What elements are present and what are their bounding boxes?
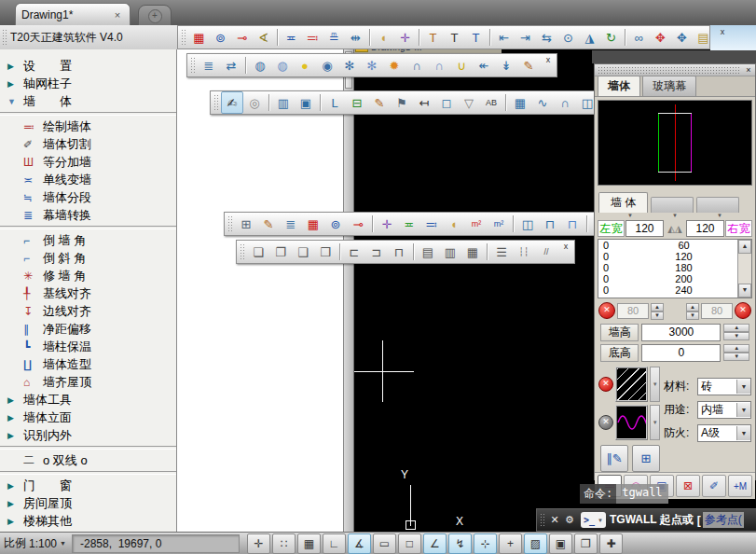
snap-mode-toggle[interactable]: ✛ [247,533,270,554]
multi-text-button[interactable]: T [465,26,487,48]
area-calc-button[interactable]: m² [488,213,510,235]
hardware-plus-toggle[interactable]: ✚ [599,533,623,554]
fire-rating-select[interactable]: A级 ▼ [697,424,751,442]
move-align-button[interactable]: ✥ [650,26,671,48]
sidebar-item-14[interactable]: ╀基线对齐 [0,284,176,302]
align-center-button[interactable]: ⊓ [388,241,410,263]
axis-bubbles-2-button[interactable]: ⊚ [324,213,347,235]
sidebar-group-1[interactable]: ▶轴网柱子 [0,75,176,92]
free-move-button[interactable]: ✥ [671,26,693,48]
bring-to-front-button[interactable]: ❏ [247,241,269,263]
layer-freeze-button[interactable]: ✻ [338,54,361,76]
base-height-spinner[interactable]: ▲▼ [723,344,749,361]
grid-display-toggle[interactable]: ▦ [297,533,321,554]
send-to-back-button[interactable]: ❐ [269,241,292,263]
right-spinner[interactable]: ▲▼ [686,303,699,319]
layer-convert-button[interactable]: ⇄ [220,54,242,76]
wave-line-button[interactable]: ∿ [531,91,554,114]
layer-sun-button[interactable]: ✹ [383,54,405,76]
wave-dropdown[interactable]: ▼ [650,405,660,440]
arc-door-button[interactable]: ◖ [443,213,465,235]
axis-label-button[interactable]: ⊸ [231,26,253,48]
bring-above-button[interactable]: ❑ [292,241,314,263]
tb-arrange-close-icon[interactable]: x [560,242,571,253]
pen-annotate-button[interactable]: ✎ [368,91,391,114]
sidebar-group-22[interactable]: ▶识别内外 [0,426,176,444]
sidebar-item-13[interactable]: ✳修 墙 角 [0,267,176,284]
area-red-button[interactable]: m² [465,213,488,235]
box-select-mode-button[interactable]: ⊠ [676,475,700,497]
mirror-icon[interactable]: ◭◮ [665,224,686,234]
column-pair-button[interactable]: ◫ [516,213,539,235]
section-mark-button[interactable]: ⊟ [346,91,368,114]
width-presets-list[interactable]: 0600120018002000240 ▲ ▼ [598,239,752,298]
sidebar-item-5[interactable]: ✐墙体切割 [0,135,176,153]
ab-tag-button[interactable]: AB [480,91,502,114]
sidebar-item-24[interactable]: 二o 双线 o [0,451,176,469]
sidebar-item-12[interactable]: ⌐倒 斜 角 [0,249,176,267]
sidebar-group-2[interactable]: ▼墙 体 [0,92,176,110]
distribute-vertical-button[interactable]: ▥ [439,241,461,263]
layer-isolate-button[interactable]: ↡ [495,54,517,76]
flag-mark-button[interactable]: ⚑ [391,91,413,114]
sidebar-group-26[interactable]: ▶门 窗 [0,477,176,494]
match-link-button[interactable]: ∞ [628,26,650,48]
tab-wall[interactable]: 墙体 [598,76,640,96]
single-text-button[interactable]: T [444,26,465,48]
close-icon[interactable]: ✕ [547,514,562,526]
sidebar-item-7[interactable]: ≍单线变墙 [0,171,176,188]
text-style-button[interactable]: T [422,26,444,48]
column-box-button[interactable]: ▣ [295,91,317,114]
sidebar-item-11[interactable]: ⌐倒 墙 角 [0,231,176,249]
layer-lock-copy-button[interactable]: ∩ [428,54,450,76]
sidebar-group-27[interactable]: ▶房间屋顶 [0,494,176,512]
command-option[interactable]: 参考点( [703,512,744,528]
osnap-3d-toggle[interactable]: □ [398,533,421,554]
command-prompt-button[interactable]: >_ ▼ [581,512,606,528]
dim-slope-button[interactable]: ◮ [579,26,600,48]
panel-grip[interactable] [598,66,739,74]
command-bar-grip[interactable] [540,513,544,528]
delete-left-button[interactable]: ✕ [598,302,615,319]
draw-wall-button[interactable]: ≕ [302,26,323,48]
hatch-lines-button[interactable]: // [535,241,557,263]
axis-dash-button[interactable]: ⊸ [347,213,369,235]
width-list-row[interactable]: 0240 [598,284,751,296]
width-list-row[interactable]: 0200 [598,273,751,284]
insert-column-button[interactable]: ✛ [394,26,416,48]
tab-glass-curtain[interactable]: 玻璃幕 [642,76,696,96]
sidebar-item-17[interactable]: ┗墙柱保温 [0,338,176,355]
layer-unlock-button[interactable]: ∪ [450,54,473,76]
leader-label-button[interactable]: L [323,91,346,114]
sidebar-item-19[interactable]: ⌂墙齐屋顶 [0,373,176,391]
dim-chain-button[interactable]: ⇥ [515,26,536,48]
layer-stack-button[interactable]: ≣ [280,213,302,235]
spin-up-icon[interactable]: ▲ [651,303,664,312]
hatch-dropdown[interactable]: ▼ [650,367,660,402]
tb-wall-grip[interactable] [227,215,232,232]
object-select-button[interactable]: ✍ [221,91,243,114]
sidebar-group-20[interactable]: ▶墙体工具 [0,391,176,409]
dim-two-point-button[interactable]: ⇤ [493,26,515,48]
distribute-equal-button[interactable]: ▦ [461,241,484,263]
workspace-switch-toggle[interactable]: ❐ [574,533,598,554]
sidebar-group-28[interactable]: ▶楼梯其他 [0,512,176,530]
wall-insulation-button[interactable]: ≞ [323,26,345,48]
angle-annotate-button[interactable]: ∢ [253,26,274,48]
layer-freeze-box-button[interactable]: ✻ [361,54,383,76]
align-right-button[interactable]: ⊐ [365,241,388,263]
tb-main-close-icon[interactable]: x [717,27,728,38]
right-spin-input[interactable]: 80 [701,303,733,319]
sidebar-group-21[interactable]: ▶墙体立面 [0,409,176,426]
list-scrollbar[interactable]: ▲ ▼ [737,240,751,298]
new-tab-button[interactable]: + [138,5,172,27]
tb-main-grip[interactable] [181,29,186,46]
line-style-button[interactable]: ∥✎ [600,445,628,472]
tb-layers-grip[interactable] [190,57,195,74]
list-view-button[interactable]: ☰ [490,241,513,263]
titlebar-grip[interactable] [2,29,7,46]
arch-fixture-button[interactable]: ∩ [554,91,576,114]
material-select[interactable]: 砖 ▼ [697,378,751,395]
layer-edit-button[interactable]: ✎ [517,54,540,76]
wall-height-input[interactable]: 3000 [641,324,721,341]
